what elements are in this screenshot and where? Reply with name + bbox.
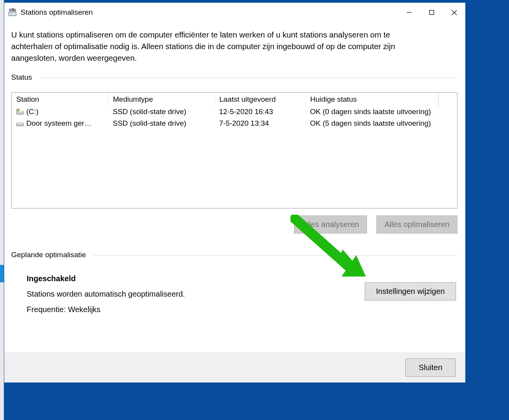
drives-table-container: Station Mediumtype Laatst uitgevoerd Hui… <box>11 92 458 208</box>
divider <box>94 255 458 256</box>
drive-icon <box>16 120 24 126</box>
action-buttons-row: Alles analyseren Alles optimaliseren <box>11 215 458 234</box>
svg-point-17 <box>17 123 24 125</box>
optimize-all-button[interactable]: Alles optimaliseren <box>376 215 458 234</box>
header-media-type[interactable]: Mediumtype <box>108 93 215 106</box>
dialog-footer: Sluiten <box>4 352 465 382</box>
drive-name: Door systeem ger… <box>26 119 92 128</box>
cell-media-type: SSD (solid-state drive) <box>108 106 215 118</box>
svg-rect-2 <box>12 13 15 15</box>
svg-rect-3 <box>9 9 11 11</box>
scheduled-label: Geplande optimalisatie <box>11 251 94 259</box>
change-settings-button[interactable]: Instellingen wijzigen <box>365 282 456 300</box>
close-dialog-button[interactable]: Sluiten <box>405 359 456 377</box>
drive-icon <box>16 109 24 115</box>
divider <box>40 78 458 78</box>
table-row[interactable]: (C:) SSD (solid-state drive) 12-5-2020 1… <box>12 106 457 118</box>
minimize-button[interactable] <box>398 5 420 20</box>
cell-last-run: 12-5-2020 16:43 <box>215 106 306 118</box>
app-icon <box>8 8 17 17</box>
svg-rect-15 <box>18 110 20 112</box>
svg-rect-7 <box>430 10 434 15</box>
cell-last-run: 7-5-2020 13:34 <box>215 118 306 129</box>
svg-rect-13 <box>18 109 20 110</box>
header-scroll-spacer <box>438 93 457 107</box>
titlebar: Stations optimaliseren <box>4 3 465 22</box>
scheduled-frequency-text: Frequentie: Wekelijks <box>27 302 458 317</box>
maximize-button[interactable] <box>420 5 443 20</box>
cell-status: OK (5 dagen sinds laatste uitvoering) <box>306 118 458 129</box>
header-last-run[interactable]: Laatst uitgevoerd <box>215 93 306 106</box>
table-header-row: Station Mediumtype Laatst uitgevoerd Hui… <box>12 93 457 106</box>
background-window-sliver <box>0 0 4 420</box>
drive-name: (C:) <box>26 108 39 116</box>
scheduled-section-header: Geplande optimalisatie <box>11 251 458 259</box>
table-row[interactable]: Door systeem ger… SSD (solid-state drive… <box>12 118 457 129</box>
status-label: Status <box>11 73 40 82</box>
drives-table: Station Mediumtype Laatst uitgevoerd Hui… <box>12 93 457 129</box>
svg-rect-12 <box>17 109 18 110</box>
optimize-drives-dialog: Stations optimaliseren U kunt stations o… <box>4 2 466 383</box>
svg-rect-5 <box>14 9 16 11</box>
svg-rect-14 <box>17 110 18 112</box>
svg-rect-1 <box>9 13 11 15</box>
window-title: Stations optimaliseren <box>20 8 93 17</box>
analyze-all-button[interactable]: Alles analyseren <box>294 215 367 234</box>
background-selection-sliver <box>0 265 4 282</box>
status-section-header: Status <box>11 73 458 82</box>
header-current-status[interactable]: Huidige status <box>306 93 458 106</box>
close-button[interactable] <box>443 5 465 20</box>
svg-rect-4 <box>12 8 14 11</box>
header-station[interactable]: Station <box>12 93 108 106</box>
description-text: U kunt stations optimaliseren om de comp… <box>11 29 425 64</box>
cell-status: OK (0 dagen sinds laatste uitvoering) <box>306 106 458 118</box>
cell-media-type: SSD (solid-state drive) <box>108 118 215 129</box>
